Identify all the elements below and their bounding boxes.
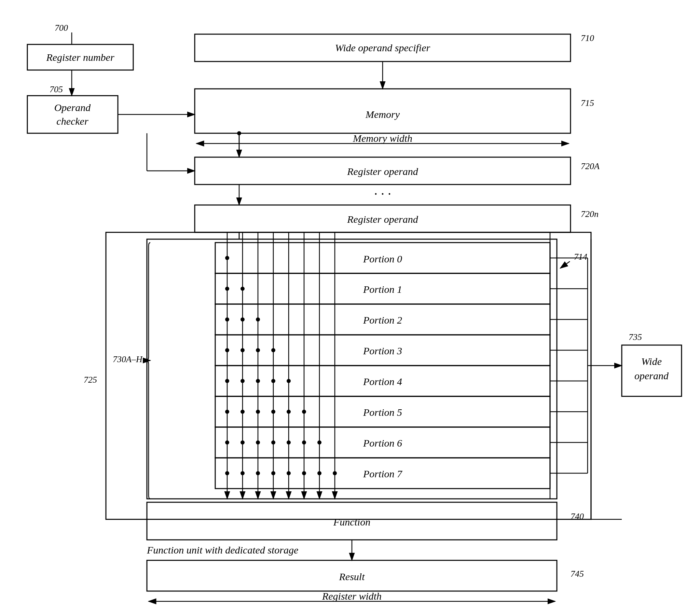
svg-point-48 bbox=[287, 471, 291, 475]
ref740-label: 740 bbox=[571, 512, 584, 522]
svg-point-30 bbox=[240, 471, 245, 475]
svg-point-52 bbox=[302, 471, 306, 475]
portion4-label: Portion 4 bbox=[363, 376, 402, 387]
register-operand-a-label: Register operand bbox=[347, 166, 418, 177]
portion3-label: Portion 3 bbox=[363, 345, 402, 356]
result-label: Result bbox=[339, 571, 365, 582]
svg-point-41 bbox=[271, 410, 275, 414]
svg-point-18 bbox=[225, 348, 229, 352]
portion5-label: Portion 5 bbox=[363, 406, 402, 418]
ref745-label: 745 bbox=[571, 569, 584, 579]
svg-point-22 bbox=[225, 471, 229, 475]
operand-checker-box bbox=[27, 96, 118, 133]
svg-point-24 bbox=[240, 287, 245, 291]
svg-point-15 bbox=[225, 256, 229, 260]
svg-point-25 bbox=[240, 317, 245, 322]
portion0-label: Portion 0 bbox=[363, 253, 402, 264]
svg-point-57 bbox=[333, 471, 337, 475]
ref730AH-label: 730A–H bbox=[113, 354, 143, 364]
ref735-label: 735 bbox=[629, 332, 642, 342]
portion7-label: Portion 7 bbox=[363, 468, 403, 479]
function-unit-label: Function unit with dedicated storage bbox=[147, 544, 298, 555]
svg-point-34 bbox=[256, 379, 260, 383]
wide-operand-specifier-label: Wide operand specifier bbox=[335, 42, 430, 53]
wide-operand-label2: operand bbox=[634, 370, 669, 381]
svg-point-54 bbox=[317, 440, 322, 444]
ref710-label: 710 bbox=[581, 33, 594, 43]
portion2-label: Portion 2 bbox=[363, 314, 402, 326]
ref725-label: 725 bbox=[84, 375, 97, 385]
svg-point-55 bbox=[317, 471, 322, 475]
ref714-label: 714 bbox=[574, 252, 587, 262]
operand-checker-label2: checker bbox=[57, 115, 88, 127]
svg-text:. . .: . . . bbox=[374, 183, 391, 198]
svg-point-19 bbox=[225, 379, 229, 383]
svg-point-20 bbox=[225, 410, 229, 414]
svg-point-29 bbox=[240, 440, 245, 444]
memory-label: Memory bbox=[365, 109, 400, 120]
svg-point-45 bbox=[287, 379, 291, 383]
ref715-label: 715 bbox=[581, 98, 594, 108]
svg-point-28 bbox=[240, 410, 245, 414]
svg-point-35 bbox=[256, 410, 260, 414]
ref720n-label: 720n bbox=[581, 209, 599, 219]
svg-point-39 bbox=[271, 348, 275, 352]
operand-checker-label1: Operand bbox=[54, 102, 91, 113]
wide-operand-label1: Wide bbox=[641, 356, 662, 367]
register-operand-n-label: Register operand bbox=[347, 214, 418, 225]
portions-outer-box bbox=[147, 239, 557, 499]
ref720A-label: 720A bbox=[581, 161, 600, 171]
svg-point-33 bbox=[256, 348, 260, 352]
svg-point-42 bbox=[271, 440, 275, 444]
register-width-label: Register width bbox=[322, 590, 382, 602]
svg-point-21 bbox=[225, 440, 229, 444]
svg-point-43 bbox=[271, 471, 275, 475]
memory-width-label: Memory width bbox=[352, 133, 412, 144]
svg-point-47 bbox=[287, 440, 291, 444]
svg-point-16 bbox=[225, 287, 229, 291]
portion1-label: Portion 1 bbox=[363, 284, 402, 295]
outer-container bbox=[106, 232, 591, 519]
svg-point-37 bbox=[256, 471, 260, 475]
register-number-label: Register number bbox=[46, 52, 114, 63]
svg-point-36 bbox=[256, 440, 260, 444]
svg-line-12 bbox=[560, 261, 570, 268]
svg-point-51 bbox=[302, 440, 306, 444]
svg-point-26 bbox=[240, 348, 245, 352]
diagram: text { font-family: 'Times New Roman', T… bbox=[0, 0, 700, 615]
ref705-label: 705 bbox=[50, 84, 63, 94]
svg-point-40 bbox=[271, 379, 275, 383]
function-label: Function bbox=[333, 516, 370, 528]
svg-point-17 bbox=[225, 317, 229, 322]
svg-point-46 bbox=[287, 410, 291, 414]
svg-point-32 bbox=[256, 317, 260, 322]
ref700-label: 700 bbox=[55, 23, 68, 33]
svg-point-50 bbox=[302, 410, 306, 414]
portion6-label: Portion 6 bbox=[363, 437, 402, 449]
svg-point-27 bbox=[240, 379, 245, 383]
